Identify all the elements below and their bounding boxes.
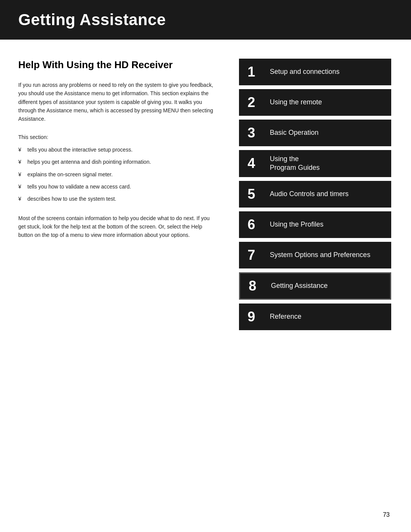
nav-item-8[interactable]: 8 Getting Assistance xyxy=(239,272,391,300)
page-title: Getting Assistance xyxy=(18,11,393,29)
list-item: helps you get antenna and dish pointing … xyxy=(18,158,216,166)
nav-item-6[interactable]: 6 Using the Profiles xyxy=(239,211,391,238)
nav-item-5[interactable]: 5 Audio Controls and timers xyxy=(239,181,391,208)
nav-label-2: Using the remote xyxy=(264,93,328,111)
nav-item-2[interactable]: 2 Using the remote xyxy=(239,89,391,116)
left-column: Help With Using the HD Receiver If you r… xyxy=(18,59,216,334)
nav-label-7: System Options and Preferences xyxy=(264,246,376,264)
nav-number-7: 7 xyxy=(239,242,264,268)
nav-label-8: Getting Assistance xyxy=(265,277,334,295)
nav-label-5: Audio Controls and timers xyxy=(264,185,355,203)
nav-label-6: Using the Profiles xyxy=(264,216,330,233)
page-header: Getting Assistance xyxy=(0,0,411,40)
list-item: describes how to use the system test. xyxy=(18,195,216,203)
nav-number-4: 4 xyxy=(239,150,264,177)
content-area: Help With Using the HD Receiver If you r… xyxy=(0,59,411,334)
section-title: Help With Using the HD Receiver xyxy=(18,59,216,72)
list-item: tells you how to validate a new access c… xyxy=(18,182,216,191)
nav-item-4[interactable]: 4 Using theProgram Guides xyxy=(239,150,391,177)
nav-item-9[interactable]: 9 Reference xyxy=(239,304,391,330)
nav-item-7[interactable]: 7 System Options and Preferences xyxy=(239,242,391,268)
footer-text: Most of the screens contain information … xyxy=(18,214,216,240)
intro-text: If you run across any problems or need t… xyxy=(18,81,216,123)
nav-number-9: 9 xyxy=(239,304,264,330)
nav-number-3: 3 xyxy=(239,120,264,146)
this-section-label: This section: xyxy=(18,134,216,140)
nav-label-1: Setup and connections xyxy=(264,63,346,81)
nav-item-3[interactable]: 3 Basic Operation xyxy=(239,120,391,146)
nav-label-3: Basic Operation xyxy=(264,124,325,142)
list-item: explains the on-screen signal meter. xyxy=(18,170,216,179)
nav-number-6: 6 xyxy=(239,211,264,238)
nav-number-2: 2 xyxy=(239,89,264,116)
nav-label-9: Reference xyxy=(264,308,307,326)
page-container: Getting Assistance Help With Using the H… xyxy=(0,0,411,532)
nav-item-1[interactable]: 1 Setup and connections xyxy=(239,59,391,85)
right-column: 1 Setup and connections 2 Using the remo… xyxy=(239,59,391,334)
nav-number-5: 5 xyxy=(239,181,264,208)
list-item: tells you about the interactive setup pr… xyxy=(18,145,216,154)
bullet-list: tells you about the interactive setup pr… xyxy=(18,145,216,203)
nav-number-8: 8 xyxy=(240,273,265,299)
nav-label-4: Using theProgram Guides xyxy=(264,150,326,177)
nav-number-1: 1 xyxy=(239,59,264,85)
page-number: 73 xyxy=(383,511,390,518)
